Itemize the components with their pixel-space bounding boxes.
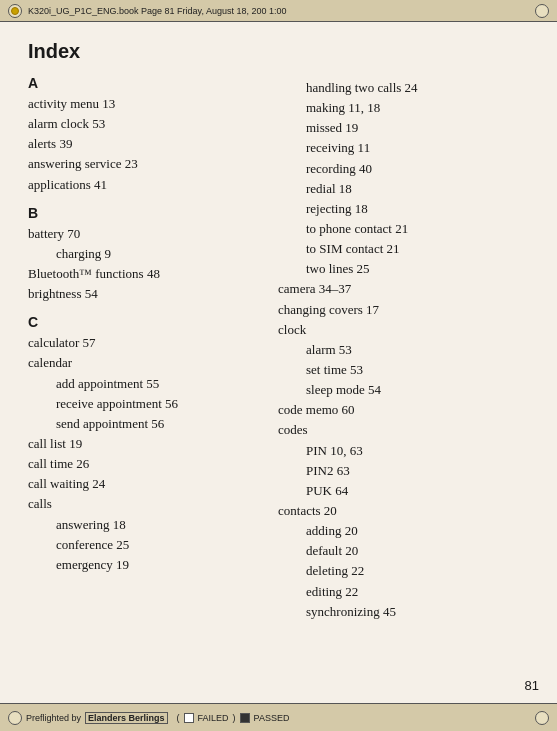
entry-call-time: call time 26 bbox=[28, 454, 258, 474]
entry-puk: PUK 64 bbox=[278, 481, 529, 501]
page-number: 81 bbox=[525, 678, 539, 693]
left-column: Index A activity menu 13 alarm clock 53 … bbox=[28, 40, 268, 703]
entry-add-appointment: add appointment 55 bbox=[28, 374, 258, 394]
entry-contacts: contacts 20 bbox=[278, 501, 529, 521]
failed-checkbox bbox=[184, 713, 194, 723]
entry-default: default 20 bbox=[278, 541, 529, 561]
bottom-bar: Preflighted by Elanders Berlings ( FAILE… bbox=[0, 703, 557, 731]
entry-applications: applications 41 bbox=[28, 175, 258, 195]
preflighted-label: Preflighted by bbox=[26, 713, 81, 723]
paren-open: ( bbox=[172, 713, 180, 723]
entry-receive-appointment: receive appointment 56 bbox=[28, 394, 258, 414]
entry-making: making 11, 18 bbox=[278, 98, 529, 118]
entry-receiving: receiving 11 bbox=[278, 138, 529, 158]
top-bar-text: K320i_UG_P1C_ENG.book Page 81 Friday, Au… bbox=[28, 6, 529, 16]
bottom-bar-circle-left bbox=[8, 711, 22, 725]
entry-camera: camera 34–37 bbox=[278, 279, 529, 299]
entry-handling-two-calls: handling two calls 24 bbox=[278, 78, 529, 98]
entry-calendar: calendar bbox=[28, 353, 258, 373]
entry-call-list: call list 19 bbox=[28, 434, 258, 454]
entry-pin: PIN 10, 63 bbox=[278, 441, 529, 461]
entry-answering: answering 18 bbox=[28, 515, 258, 535]
entry-bluetooth: Bluetooth™ functions 48 bbox=[28, 264, 258, 284]
section-a-letter: A bbox=[28, 75, 258, 91]
entry-brightness: brightness 54 bbox=[28, 284, 258, 304]
entry-calls: calls bbox=[28, 494, 258, 514]
entry-emergency: emergency 19 bbox=[28, 555, 258, 575]
top-bar-circle-left bbox=[8, 4, 22, 18]
entry-missed: missed 19 bbox=[278, 118, 529, 138]
entry-redial: redial 18 bbox=[278, 179, 529, 199]
right-column: handling two calls 24 making 11, 18 miss… bbox=[268, 40, 529, 703]
entry-editing: editing 22 bbox=[278, 582, 529, 602]
entry-rejecting: rejecting 18 bbox=[278, 199, 529, 219]
entry-adding: adding 20 bbox=[278, 521, 529, 541]
logo-text: Elanders Berlings bbox=[85, 712, 168, 724]
top-bar-circle-right bbox=[535, 4, 549, 18]
entry-deleting: deleting 22 bbox=[278, 561, 529, 581]
entry-charging: charging 9 bbox=[28, 244, 258, 264]
entry-two-lines: two lines 25 bbox=[278, 259, 529, 279]
entry-recording: recording 40 bbox=[278, 159, 529, 179]
page-container: K320i_UG_P1C_ENG.book Page 81 Friday, Au… bbox=[0, 0, 557, 731]
entry-code-memo: code memo 60 bbox=[278, 400, 529, 420]
entry-calculator: calculator 57 bbox=[28, 333, 258, 353]
entry-alarm-clock: alarm clock 53 bbox=[28, 114, 258, 134]
entry-battery: battery 70 bbox=[28, 224, 258, 244]
entry-pin2: PIN2 63 bbox=[278, 461, 529, 481]
entry-synchronizing: synchronizing 45 bbox=[278, 602, 529, 622]
paren-close: ) bbox=[233, 713, 236, 723]
page-title: Index bbox=[28, 40, 258, 63]
entry-send-appointment: send appointment 56 bbox=[28, 414, 258, 434]
failed-label: FAILED bbox=[198, 713, 229, 723]
entry-activity-menu: activity menu 13 bbox=[28, 94, 258, 114]
entry-answering-service: answering service 23 bbox=[28, 154, 258, 174]
entry-changing-covers: changing covers 17 bbox=[278, 300, 529, 320]
passed-label: PASSED bbox=[254, 713, 290, 723]
entry-conference: conference 25 bbox=[28, 535, 258, 555]
entry-alarm: alarm 53 bbox=[278, 340, 529, 360]
entry-set-time: set time 53 bbox=[278, 360, 529, 380]
entry-alerts: alerts 39 bbox=[28, 134, 258, 154]
content-area: Index A activity menu 13 alarm clock 53 … bbox=[0, 22, 557, 703]
bottom-bar-left: Preflighted by Elanders Berlings ( FAILE… bbox=[8, 711, 535, 725]
top-bar: K320i_UG_P1C_ENG.book Page 81 Friday, Au… bbox=[0, 0, 557, 22]
entry-call-waiting: call waiting 24 bbox=[28, 474, 258, 494]
section-b-letter: B bbox=[28, 205, 258, 221]
bottom-bar-circle-right bbox=[535, 711, 549, 725]
passed-checkbox bbox=[240, 713, 250, 723]
entry-sleep-mode: sleep mode 54 bbox=[278, 380, 529, 400]
entry-to-sim-contact: to SIM contact 21 bbox=[278, 239, 529, 259]
entry-codes: codes bbox=[278, 420, 529, 440]
entry-clock: clock bbox=[278, 320, 529, 340]
section-c-letter: C bbox=[28, 314, 258, 330]
entry-to-phone-contact: to phone contact 21 bbox=[278, 219, 529, 239]
